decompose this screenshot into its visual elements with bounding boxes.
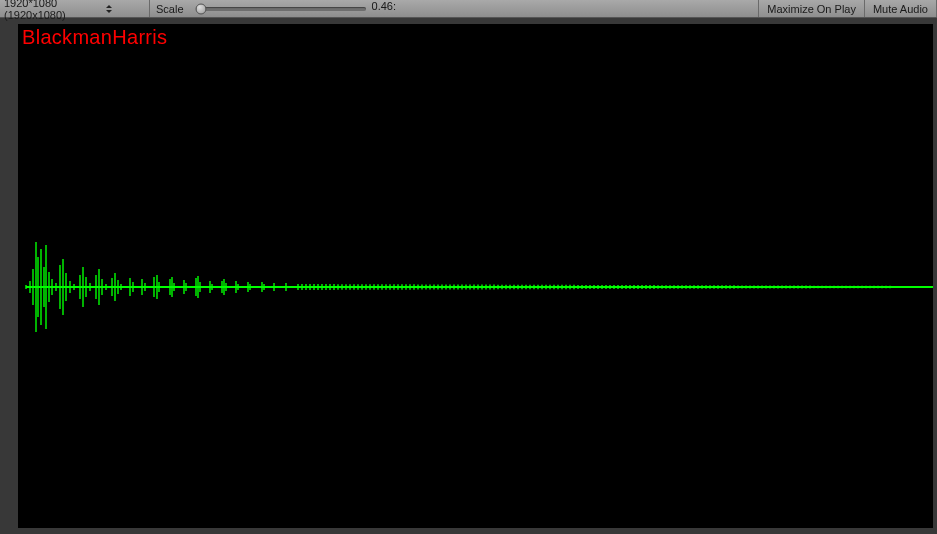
scale-slider[interactable] (190, 0, 372, 17)
mute-audio-toggle[interactable]: Mute Audio (864, 0, 937, 17)
maximize-on-play-toggle[interactable]: Maximize On Play (758, 0, 864, 17)
game-viewport[interactable]: BlackmanHarris (18, 24, 933, 528)
scale-value: 0.46: (372, 0, 412, 17)
window-function-label: BlackmanHarris (22, 26, 167, 49)
viewport-frame: BlackmanHarris (0, 18, 937, 534)
scale-slider-track[interactable] (196, 7, 366, 11)
dropdown-arrows-icon (76, 3, 144, 15)
scale-label: Scale (150, 0, 190, 17)
waveform-display (18, 24, 933, 528)
aspect-ratio-dropdown[interactable]: 1920*1080 (1920x1080) (0, 0, 150, 17)
toolbar-spacer (412, 0, 759, 17)
game-view-toolbar: 1920*1080 (1920x1080) Scale 0.46: Maximi… (0, 0, 937, 18)
aspect-ratio-label: 1920*1080 (1920x1080) (4, 0, 72, 21)
scale-slider-thumb[interactable] (195, 3, 206, 14)
